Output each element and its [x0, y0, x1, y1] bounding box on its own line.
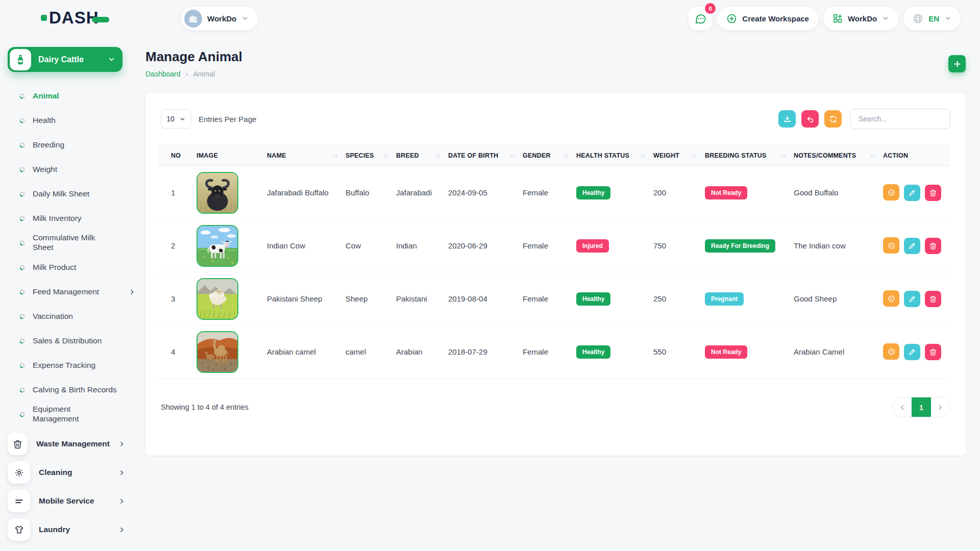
sheep-image[interactable] — [197, 278, 238, 320]
column-header-gender[interactable]: GENDER↑↓ — [523, 145, 576, 166]
delete-button[interactable] — [925, 185, 941, 201]
messages-button[interactable]: 0 — [689, 7, 712, 30]
logo[interactable]: DASH — [41, 8, 109, 28]
sidebar-item-sales-distribution[interactable]: Sales & Distribution — [0, 329, 145, 353]
sort-icon[interactable]: ↑↓ — [781, 153, 786, 159]
download-icon — [783, 115, 792, 123]
sidebar-item-label: Equipment Management — [33, 405, 105, 423]
breadcrumb-dashboard-link[interactable]: Dashboard — [145, 70, 181, 78]
sort-icon[interactable]: ↑↓ — [641, 153, 645, 159]
back-button[interactable] — [801, 110, 819, 128]
breadcrumb: Dashboard › Animal — [145, 69, 980, 78]
column-label: BREEDING STATUS — [705, 152, 767, 159]
cow-image[interactable] — [197, 225, 238, 267]
entries-per-page-select[interactable]: 10 — [161, 109, 191, 129]
chat-bubble-icon — [694, 12, 707, 25]
refresh-button[interactable] — [824, 110, 842, 128]
add-animal-button[interactable] — [948, 55, 966, 72]
sidebar-item-breeding[interactable]: Breeding — [0, 133, 145, 157]
column-header-date-of-birth[interactable]: DATE OF BIRTH↑↓ — [448, 145, 523, 166]
cell-image — [197, 325, 267, 379]
sidebar-module-cleaning[interactable]: Cleaning — [8, 461, 130, 484]
edit-button[interactable] — [904, 344, 920, 360]
plus-icon — [953, 60, 962, 68]
column-header-weight[interactable]: WEIGHT↑↓ — [653, 145, 705, 166]
column-header-breeding-status[interactable]: BREEDING STATUS↑↓ — [705, 145, 794, 166]
cell-breed: Indian — [396, 219, 448, 272]
eye-icon — [887, 294, 896, 303]
sort-icon[interactable]: ↑↓ — [564, 153, 568, 159]
buffalo-image[interactable] — [197, 172, 238, 214]
camel-image[interactable] — [197, 331, 238, 373]
pagination-page-1[interactable]: 1 — [912, 397, 931, 417]
sidebar-item-milk-product[interactable]: Milk Product — [0, 255, 145, 280]
view-button[interactable] — [883, 343, 899, 360]
sort-icon[interactable]: ↑↓ — [510, 153, 514, 159]
column-header-health-status[interactable]: HEALTH STATUS↑↓ — [576, 145, 653, 166]
column-header-notes-comments[interactable]: NOTES/COMMENTS↑↓ — [794, 145, 883, 166]
sidebar-item-milk-inventory[interactable]: Milk Inventory — [0, 206, 145, 231]
cell-species: camel — [346, 325, 396, 379]
sidebar-item-expense-tracking[interactable]: Expense Tracking — [0, 353, 145, 378]
breadcrumb-current: Animal — [193, 70, 215, 78]
sidebar-item-vaccination[interactable]: Vaccination — [0, 304, 145, 329]
view-button[interactable] — [883, 290, 899, 307]
sort-icon[interactable]: ↑↓ — [435, 153, 440, 159]
column-header-species[interactable]: SPECIES↑↓ — [346, 145, 396, 166]
cell-date-of-birth: 2020-06-29 — [448, 219, 523, 272]
delete-button[interactable] — [925, 344, 941, 360]
sort-icon[interactable]: ↑↓ — [870, 153, 875, 159]
pagination-next-button[interactable] — [931, 397, 950, 417]
delete-button[interactable] — [925, 238, 941, 254]
cell-species: Cow — [346, 219, 396, 272]
cell-weight: 250 — [653, 272, 705, 325]
cell-no: 1 — [158, 166, 197, 219]
bullet-icon — [19, 314, 25, 319]
table-footer: Showing 1 to 4 of 4 entries 1 — [145, 379, 966, 417]
bullet-icon — [19, 240, 25, 246]
column-header-name[interactable]: NAME↑↓ — [267, 145, 346, 166]
cell-gender: Female — [523, 219, 576, 272]
sidebar-module-dairy-cattle[interactable]: Dairy Cattle — [8, 47, 122, 72]
sidebar-item-daily-milk-sheet[interactable]: Daily Milk Sheet — [0, 182, 145, 206]
sidebar-item-label: Sales & Distribution — [33, 336, 102, 346]
chevron-down-icon — [108, 56, 115, 63]
sidebar-module-waste-management[interactable]: Waste Management — [8, 433, 130, 455]
create-workspace-button[interactable]: Create Workspace — [717, 7, 818, 30]
column-header-image: IMAGE — [197, 145, 267, 166]
delete-button[interactable] — [925, 291, 941, 307]
sidebar-item-weight[interactable]: Weight — [0, 157, 145, 182]
workdo-menu-button[interactable]: WorkDo — [823, 7, 898, 30]
sort-icon[interactable]: ↑↓ — [692, 153, 697, 159]
workspace-switcher[interactable]: WorkDo — [181, 7, 258, 30]
view-button[interactable] — [883, 237, 899, 254]
edit-button[interactable] — [904, 291, 920, 307]
cell-gender: Female — [523, 166, 576, 219]
pencil-icon — [908, 189, 916, 197]
sidebar-item-calving-birth-records[interactable]: Calving & Birth Records — [0, 378, 145, 402]
cell-date-of-birth: 2018-07-29 — [448, 325, 523, 379]
sidebar-item-label: Vaccination — [33, 312, 73, 321]
language-selector[interactable]: EN — [903, 7, 961, 30]
sidebar-item-feed-management[interactable]: Feed Management — [0, 280, 145, 304]
pencil-icon — [908, 242, 916, 250]
pagination-prev-button[interactable] — [893, 397, 912, 417]
column-header-breed[interactable]: BREED↑↓ — [396, 145, 448, 166]
search-input[interactable] — [850, 109, 950, 129]
sidebar-module-laundry[interactable]: Laundry — [8, 518, 130, 541]
sidebar-item-equipment-management[interactable]: Equipment Management — [0, 402, 145, 427]
sidebar-item-label: Milk Product — [33, 263, 76, 272]
view-button[interactable] — [883, 184, 899, 201]
column-label: SPECIES — [346, 152, 374, 159]
sort-icon[interactable]: ↑↓ — [383, 153, 388, 159]
edit-button[interactable] — [904, 238, 920, 254]
export-button[interactable] — [778, 110, 796, 128]
sidebar-module-mobile-service[interactable]: Mobile Service — [8, 490, 130, 512]
table-row: 2Indian CowCowIndian2020-06-29FemaleInju… — [158, 219, 950, 272]
cell-breed: Arabian — [396, 325, 448, 379]
sidebar-item-animal[interactable]: Animal — [0, 84, 145, 108]
sidebar-item-health[interactable]: Health — [0, 108, 145, 133]
sort-icon[interactable]: ↑↓ — [333, 153, 337, 159]
sidebar-item-commulative-milk-sheet[interactable]: Commulative Milk Sheet — [0, 231, 145, 255]
edit-button[interactable] — [904, 185, 920, 201]
